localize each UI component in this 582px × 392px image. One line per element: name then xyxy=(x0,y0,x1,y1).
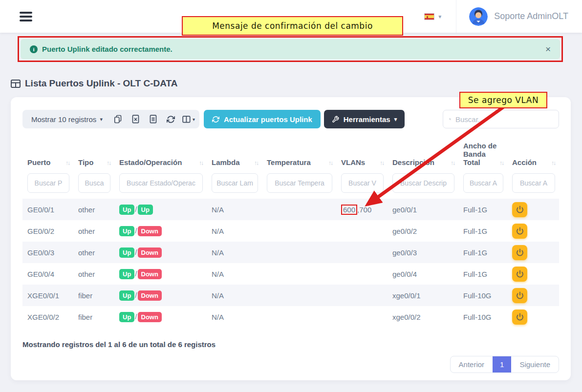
cell-accion xyxy=(507,220,559,242)
filter-accion-input[interactable] xyxy=(512,173,555,193)
navbar-divider xyxy=(456,0,456,33)
sort-icon: ↑↓ xyxy=(328,160,332,166)
cell-lambda: N/A xyxy=(207,285,262,306)
power-toggle-button[interactable] xyxy=(512,288,527,303)
filter-lambda-input[interactable] xyxy=(212,173,258,193)
vlan-highlight-annotation: 600 xyxy=(341,205,357,215)
filter-temperatura-input[interactable] xyxy=(267,173,332,193)
status-badge: Down xyxy=(138,248,162,258)
filter-puerto-input[interactable] xyxy=(27,173,69,193)
cell-temperatura xyxy=(262,242,336,263)
status-badge: Up xyxy=(119,226,134,236)
cell-accion xyxy=(507,263,559,285)
power-toggle-button[interactable] xyxy=(512,224,527,239)
filter-tipo-input[interactable] xyxy=(78,173,110,193)
power-toggle-button[interactable] xyxy=(512,245,527,260)
show-records-dropdown[interactable]: Mostrar 10 registros▾ xyxy=(24,110,109,128)
wrench-icon xyxy=(332,116,339,123)
column-header-tipo[interactable]: Tipo↑↓ xyxy=(73,137,114,173)
cell-estado: Up/Down xyxy=(114,220,207,242)
search-icon xyxy=(449,115,451,123)
cell-lambda: N/A xyxy=(207,263,262,285)
cell-tipo: other xyxy=(73,242,114,263)
reload-icon[interactable] xyxy=(162,110,180,128)
filter-ancho-input[interactable] xyxy=(463,173,503,193)
user-name[interactable]: Soporte AdminOLT xyxy=(494,11,568,21)
column-header-estado[interactable]: Estado/Operación↑↓ xyxy=(114,137,207,173)
column-header-temperatura[interactable]: Temperatura↑↓ xyxy=(262,137,336,173)
cell-ancho-banda: Full-1G xyxy=(458,199,507,220)
sort-icon: ↑↓ xyxy=(551,160,555,166)
power-icon xyxy=(516,248,524,256)
cell-lambda: N/A xyxy=(207,199,262,220)
power-icon xyxy=(516,313,524,321)
sort-icon: ↑↓ xyxy=(254,160,258,166)
tools-dropdown-button[interactable]: Herramientas ▾ xyxy=(324,110,405,128)
cell-descripcion: xge0/0/1 xyxy=(388,285,458,306)
power-icon xyxy=(516,291,524,299)
user-avatar[interactable] xyxy=(469,7,488,26)
cell-accion xyxy=(507,199,559,220)
table-row: GE0/0/1 other Up/Up N/A 600,700 ge0/0/1 … xyxy=(22,199,559,220)
spain-flag-icon[interactable] xyxy=(424,13,434,20)
cell-puerto: GE0/0/4 xyxy=(22,263,73,285)
cell-descripcion: ge0/0/2 xyxy=(388,220,458,242)
sort-icon: ↑↓ xyxy=(199,160,203,166)
cell-estado: Up/Up xyxy=(114,199,207,220)
cell-tipo: other xyxy=(73,220,114,242)
filter-estado-input[interactable] xyxy=(119,173,203,193)
pagination-previous[interactable]: Anterior xyxy=(451,356,493,372)
cell-temperatura xyxy=(262,285,336,306)
search-box xyxy=(443,110,559,128)
alert-message: Puerto Uplink editado correctamente. xyxy=(42,45,172,53)
copy-icon[interactable] xyxy=(109,110,127,128)
filter-descripcion-input[interactable] xyxy=(392,173,454,193)
power-icon xyxy=(516,270,524,278)
records-summary: Mostrando registros del 1 al 6 de un tot… xyxy=(22,340,559,349)
column-header-descripcion[interactable]: Descripción↑↓ xyxy=(388,137,458,173)
column-header-puerto[interactable]: Puerto↑↓ xyxy=(22,137,73,173)
column-header-lambda[interactable]: Lambda↑↓ xyxy=(207,137,262,173)
caret-down-icon: ▾ xyxy=(100,116,103,123)
column-header-ancho-banda[interactable]: Ancho de Banda Total↑↓ xyxy=(458,137,507,173)
cell-accion xyxy=(507,242,559,263)
status-badge: Up xyxy=(119,290,134,301)
table-row: GE0/0/2 other Up/Down N/A ge0/0/2 Full-1… xyxy=(22,220,559,242)
cell-puerto: GE0/0/1 xyxy=(22,199,73,220)
cell-puerto: XGE0/0/2 xyxy=(22,306,73,328)
cell-estado: Up/Down xyxy=(114,285,207,306)
cell-descripcion: ge0/0/3 xyxy=(388,242,458,263)
cell-vlans xyxy=(336,285,388,306)
export-file-icon[interactable] xyxy=(145,110,162,128)
cell-tipo: other xyxy=(73,263,114,285)
language-caret-icon[interactable]: ▾ xyxy=(438,13,441,20)
pagination-page-1[interactable]: 1 xyxy=(493,356,511,372)
column-header-accion[interactable]: Acción↑↓ xyxy=(507,137,559,173)
cell-tipo: fiber xyxy=(73,306,114,328)
cell-descripcion: xge0/0/2 xyxy=(388,306,458,328)
cell-estado: Up/Down xyxy=(114,306,207,328)
refresh-icon xyxy=(212,116,219,123)
search-input[interactable] xyxy=(455,115,553,124)
filter-vlans-input[interactable] xyxy=(341,173,384,193)
power-toggle-button[interactable] xyxy=(512,267,527,282)
cell-tipo: fiber xyxy=(73,285,114,306)
status-badge: Down xyxy=(138,226,162,236)
table-row: XGE0/0/1 fiber Up/Down N/A xge0/0/1 Full… xyxy=(22,285,559,306)
cell-lambda: N/A xyxy=(207,306,262,328)
export-excel-icon[interactable] xyxy=(127,110,145,128)
refresh-uplink-ports-button[interactable]: Actualizar puertos Uplink xyxy=(204,110,321,128)
cell-ancho-banda: Full-1G xyxy=(458,220,507,242)
vlan-annotation: Se agrego VLAN xyxy=(459,92,547,108)
menu-icon[interactable] xyxy=(20,10,32,23)
confirmation-annotation: Mensaje de confirmación del cambio xyxy=(182,16,403,36)
alert-close-icon[interactable]: × xyxy=(545,44,551,54)
column-visibility-icon[interactable]: ▾ xyxy=(180,110,197,128)
column-header-vlans[interactable]: VLANs↑↓ xyxy=(336,137,388,173)
pagination-next[interactable]: Siguiente xyxy=(511,356,559,372)
cell-temperatura xyxy=(262,220,336,242)
power-toggle-button[interactable] xyxy=(512,202,527,217)
cell-vlans xyxy=(336,242,388,263)
info-icon: i xyxy=(30,45,38,53)
power-toggle-button[interactable] xyxy=(512,309,527,325)
